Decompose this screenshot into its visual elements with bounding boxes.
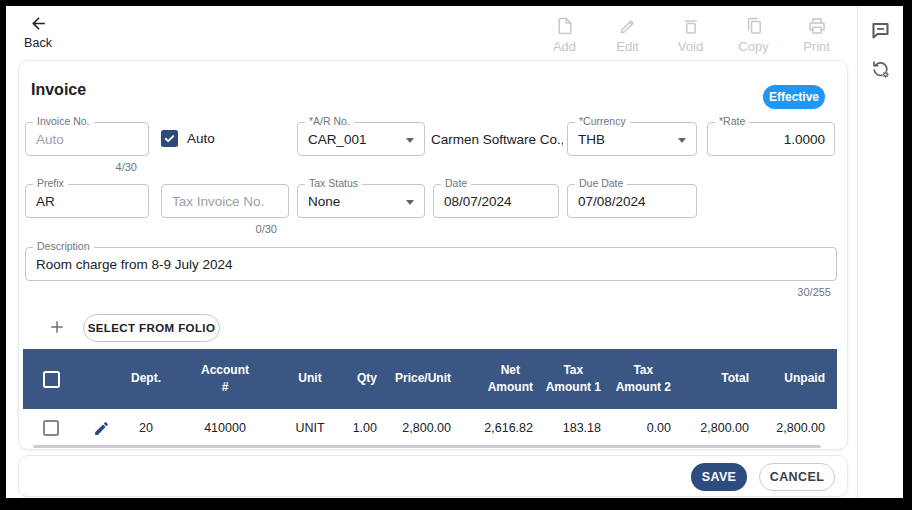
- due-date-field[interactable]: Due Date 07/08/2024: [567, 184, 697, 218]
- page-title: Invoice: [31, 81, 86, 99]
- row-select-cell: [23, 420, 79, 436]
- account-column-header: Account #: [169, 349, 281, 409]
- status-badge: Effective: [763, 85, 825, 109]
- tax-invoice-no-field[interactable]: Tax Invoice No.: [161, 184, 289, 218]
- table-row: 20 410000 UNIT 1.00 2,800.00 2,616.82 18…: [23, 409, 837, 447]
- row-price-unit: 2,800.00: [383, 421, 457, 435]
- invoice-form-card: Invoice Effective Invoice No. Auto 4/30 …: [18, 60, 848, 450]
- due-date-value: 07/08/2024: [578, 185, 687, 217]
- print-label: Print: [803, 39, 830, 54]
- unit-column-header: Unit: [281, 349, 339, 409]
- checkmark-icon: [163, 132, 176, 145]
- description-value: Room charge from 8-9 July 2024: [36, 248, 827, 280]
- total-column-header: Total: [677, 349, 755, 409]
- plus-icon: [48, 318, 66, 336]
- void-trash-icon: [681, 16, 701, 36]
- date-value: 08/07/2024: [444, 185, 549, 217]
- save-button[interactable]: SAVE: [691, 463, 747, 491]
- tax-status-select[interactable]: Tax Status None: [297, 184, 425, 218]
- edit-pencil-icon: [93, 420, 110, 437]
- void-button[interactable]: Void: [659, 16, 722, 62]
- row-qty: 1.00: [339, 421, 383, 435]
- row-tax-amount-2: 0.00: [607, 421, 677, 435]
- edit-column-header: [79, 349, 123, 409]
- back-button[interactable]: Back: [18, 14, 58, 50]
- back-arrow-icon: [29, 14, 48, 33]
- chevron-down-icon: [406, 138, 414, 143]
- row-net-amount: 2,616.82: [457, 421, 539, 435]
- comment-icon: [870, 20, 891, 41]
- copy-label: Copy: [738, 39, 768, 54]
- unpaid-column-header: Unpaid: [755, 349, 837, 409]
- row-total: 2,800.00: [677, 421, 755, 435]
- row-unpaid: 2,800.00: [755, 421, 837, 435]
- right-rail: [857, 6, 903, 498]
- currency-value: THB: [578, 123, 672, 155]
- qty-column-header: Qty: [339, 349, 383, 409]
- void-label: Void: [678, 39, 703, 54]
- history-settings-icon: [870, 59, 891, 80]
- auto-checkbox[interactable]: [161, 130, 178, 147]
- edit-pencil-icon: [618, 16, 638, 36]
- invoice-no-counter: 4/30: [25, 161, 137, 173]
- row-edit-button[interactable]: [79, 420, 123, 437]
- row-tax-amount-1: 183.18: [539, 421, 607, 435]
- ar-customer-name: Carmen Software Co.,L: [431, 122, 563, 156]
- add-document-icon: [555, 16, 575, 36]
- tax-status-value: None: [308, 185, 400, 217]
- copy-icon: [744, 16, 764, 36]
- invoice-lines-table: Dept. Account # Unit Qty Price/Unit Net …: [23, 349, 837, 447]
- tax-amount-1-column-header: Tax Amount 1: [539, 349, 607, 409]
- chevron-down-icon: [406, 200, 414, 205]
- row-unit: UNIT: [281, 421, 339, 435]
- net-amount-column-header: Net Amount: [457, 349, 539, 409]
- auto-checkbox-label: Auto: [187, 131, 215, 146]
- prefix-value: AR: [36, 185, 139, 217]
- history-settings-button[interactable]: [869, 57, 893, 81]
- edit-label: Edit: [616, 39, 638, 54]
- print-icon: [807, 16, 827, 36]
- table-header: Dept. Account # Unit Qty Price/Unit Net …: [23, 349, 837, 409]
- dept-column-header: Dept.: [123, 349, 169, 409]
- toolbar-actions: Add Edit Void Copy Print: [533, 16, 848, 62]
- invoice-no-field[interactable]: Invoice No. Auto: [25, 122, 149, 156]
- date-field[interactable]: Date 08/07/2024: [433, 184, 559, 218]
- add-label: Add: [553, 39, 576, 54]
- tax-amount-2-column-header: Tax Amount 2: [607, 349, 677, 409]
- print-button[interactable]: Print: [785, 16, 848, 62]
- rate-value: 1.0000: [718, 123, 825, 155]
- ar-no-select[interactable]: *A/R No. CAR_001: [297, 122, 425, 156]
- edit-button[interactable]: Edit: [596, 16, 659, 62]
- comments-button[interactable]: [869, 18, 893, 42]
- prefix-field[interactable]: Prefix AR: [25, 184, 149, 218]
- footer-bar: SAVE CANCEL: [18, 455, 848, 497]
- ar-no-value: CAR_001: [308, 123, 400, 155]
- copy-button[interactable]: Copy: [722, 16, 785, 62]
- horizontal-scrollbar[interactable]: [33, 445, 821, 448]
- select-all-cell: [23, 349, 79, 409]
- back-label: Back: [24, 36, 52, 50]
- invoice-no-value: Auto: [36, 123, 139, 155]
- tax-invoice-no-placeholder: Tax Invoice No.: [172, 185, 279, 217]
- description-counter: 30/255: [25, 286, 831, 298]
- app-window: Back Add Edit Void Copy Print: [6, 6, 903, 498]
- cancel-button[interactable]: CANCEL: [759, 463, 835, 491]
- price-unit-column-header: Price/Unit: [383, 349, 457, 409]
- add-line-button[interactable]: [46, 316, 68, 338]
- tax-invoice-no-counter: 0/30: [161, 223, 277, 235]
- row-account: 410000: [169, 421, 281, 435]
- chevron-down-icon: [678, 138, 686, 143]
- add-button[interactable]: Add: [533, 16, 596, 62]
- select-all-checkbox[interactable]: [43, 371, 60, 388]
- select-from-folio-button[interactable]: SELECT FROM FOLIO: [83, 314, 220, 342]
- currency-select[interactable]: *Currency THB: [567, 122, 697, 156]
- description-field[interactable]: Description Room charge from 8-9 July 20…: [25, 247, 837, 281]
- row-checkbox[interactable]: [43, 420, 59, 436]
- rate-field[interactable]: *Rate 1.0000: [707, 122, 835, 156]
- row-dept: 20: [123, 421, 169, 435]
